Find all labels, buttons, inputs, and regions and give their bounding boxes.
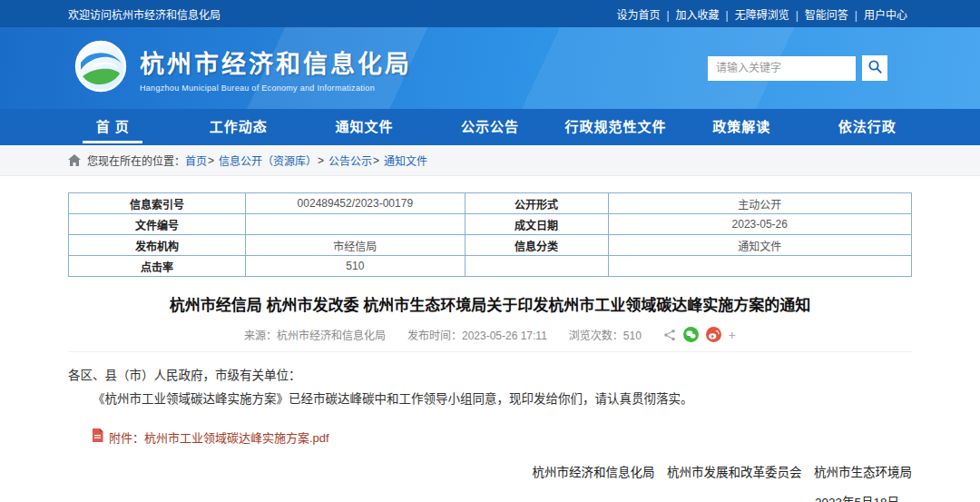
info-label: 成文日期 [465,214,608,235]
topbar-divider: | [855,9,858,22]
share-more-button[interactable]: + [729,328,736,342]
signature-date: 2023年5月18日 [68,492,912,502]
table-row: 发布机构 市经信局 信息分类 通知文件 [69,235,912,256]
info-label: 公开形式 [465,193,608,214]
info-label: 信息分类 [465,235,608,256]
link-add-favorite[interactable]: 加入收藏 [676,9,720,22]
breadcrumb-info-disclosure[interactable]: 信息公开（资源库） [219,153,317,168]
info-value: 002489452/2023-00179 [246,193,466,214]
link-accessibility[interactable]: 无障碍浏览 [735,9,789,22]
info-value: 510 [246,256,466,277]
info-value [608,256,911,277]
breadcrumb-prefix: 您现在所在的位置： [87,153,185,168]
nav-item-law-admin[interactable]: 依法行政 [804,109,930,145]
info-value: 市经信局 [246,235,466,256]
nav-item-work-news[interactable]: 工作动态 [176,109,302,145]
search-icon [867,59,883,77]
table-row: 点击率 510 [69,256,912,277]
weibo-icon[interactable] [706,327,721,342]
nav-item-normative-docs[interactable]: 行政规范性文件 [553,109,679,145]
search-input[interactable] [708,56,856,81]
main-content: 信息索引号 002489452/2023-00179 公开形式 主动公开 文件编… [0,176,980,502]
paragraph-salutation: 各区、县（市）人民政府，市级有关单位： [68,364,912,388]
page-title: 杭州市经信局 杭州市发改委 杭州市生态环境局关于印发杭州市工业领域碳达峰实施方案… [68,292,912,315]
search-button[interactable] [862,55,887,81]
pdf-icon [92,428,103,445]
info-value: 2023-05-26 [608,214,911,235]
main-nav: 首 页 工作动态 通知文件 公示公告 行政规范性文件 政策解读 依法行政 [0,109,980,145]
table-row: 文件编号 成文日期 2023-05-26 [69,214,912,235]
site-header: 杭州市经济和信息化局 Hangzhou Municipal Bureau of … [0,27,980,109]
breadcrumb-home[interactable]: 首页 [185,153,207,168]
info-value [246,214,466,235]
site-name: 杭州市经济和信息化局 [140,44,412,80]
wechat-icon[interactable] [683,327,699,342]
brand-text: 杭州市经济和信息化局 Hangzhou Municipal Bureau of … [140,44,412,93]
topbar-divider: | [796,9,799,22]
article-body: 各区、县（市）人民政府，市级有关单位： 《杭州市工业领域碳达峰实施方案》已经市碳… [68,364,912,412]
info-label: 文件编号 [69,214,246,235]
info-label: 发布机构 [69,235,246,256]
link-user-center[interactable]: 用户中心 [864,9,907,22]
breadcrumb-separator: > [318,154,324,167]
welcome-text: 欢迎访问杭州市经济和信息化局 [68,6,220,22]
link-smart-qa[interactable]: 智能问答 [805,9,848,22]
info-table: 信息索引号 002489452/2023-00179 公开形式 主动公开 文件编… [68,192,912,277]
search-box [708,55,887,81]
site-name-en: Hangzhou Municipal Bureau of Economy and… [140,84,412,93]
attachment-link[interactable]: 附件：杭州市工业领域碳达峰实施方案.pdf [92,428,329,446]
nav-item-policy-interpretation[interactable]: 政策解读 [679,109,805,145]
site-logo-icon [74,40,127,96]
article-source: 来源：杭州市经济和信息化局 [244,327,386,342]
article-views: 浏览次数：510 [569,327,642,342]
nav-item-home[interactable]: 首 页 [50,109,176,145]
paragraph-main: 《杭州市工业领域碳达峰实施方案》已经市碳达峰碳中和工作领导小组同意，现印发给你们… [68,388,912,411]
topbar: 欢迎访问杭州市经济和信息化局 设为首页|加入收藏|无障碍浏览|智能问答|用户中心 [0,0,980,27]
topbar-divider: | [666,9,669,22]
table-row: 信息索引号 002489452/2023-00179 公开形式 主动公开 [69,193,912,214]
topbar-divider: | [726,9,729,22]
breadcrumb-public-notice[interactable]: 公告公示 [328,153,372,168]
signature-agencies: 杭州市经济和信息化局 杭州市发展和改革委员会 杭州市生态环境局 [68,462,912,480]
breadcrumb-notice-files[interactable]: 通知文件 [384,153,427,168]
home-icon [68,154,81,166]
info-value: 通知文件 [608,235,911,256]
link-set-homepage[interactable]: 设为首页 [616,9,660,22]
info-value: 主动公开 [608,193,911,214]
share-icons: + [663,327,736,342]
breadcrumb-separator: > [208,154,214,167]
breadcrumb-separator: > [373,154,379,167]
article-meta: 来源：杭州市经济和信息化局 发布时间：2023-05-26 17:11 浏览次数… [68,327,912,352]
info-label [465,256,608,277]
nav-item-public-notices[interactable]: 公示公告 [427,109,554,145]
brand-logo[interactable]: 杭州市经济和信息化局 Hangzhou Municipal Bureau of … [74,40,412,96]
info-label: 点击率 [69,256,246,277]
article-publish-time: 发布时间：2023-05-26 17:11 [407,327,547,342]
share-icon[interactable] [663,329,676,341]
info-label: 信息索引号 [69,193,246,214]
attachment-label: 附件：杭州市工业领域碳达峰实施方案.pdf [109,428,329,446]
nav-item-notice-files[interactable]: 通知文件 [301,109,427,145]
breadcrumb: 您现在所在的位置： 首页 > 信息公开（资源库） > 公告公示 > 通知文件 [0,145,980,176]
topbar-links: 设为首页|加入收藏|无障碍浏览|智能问答|用户中心 [616,6,907,22]
